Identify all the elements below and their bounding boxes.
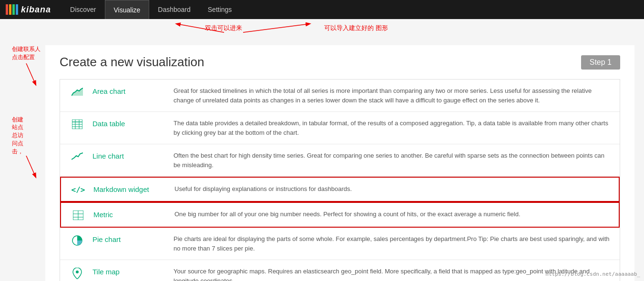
viz-item-markdown-widget[interactable]: </> Markdown widget Useful for displayin…: [60, 177, 620, 202]
viz-item-line-chart[interactable]: Line chart Often the best chart for high…: [60, 144, 620, 177]
page-title: Create a new visualization: [60, 55, 204, 70]
line-chart-icon: [68, 152, 87, 161]
navbar: kibana Discover Visualize Dashboard Sett…: [0, 0, 644, 19]
page-header: Create a new visualization Step 1: [60, 55, 620, 70]
annotation-import: 可以导入建立好的 图形: [324, 24, 388, 32]
line-chart-name: Line chart: [92, 151, 164, 160]
pie-chart-name: Pie chart: [92, 234, 164, 243]
left-ann-create-contact: 创建联系人点击配置: [12, 45, 41, 61]
page-wrapper: kibana Discover Visualize Dashboard Sett…: [0, 0, 644, 281]
svg-point-15: [76, 271, 79, 273]
svg-line-2: [26, 63, 36, 85]
area-chart-icon: [68, 87, 87, 97]
metric-desc: One big number for all of your one big n…: [174, 210, 611, 219]
tile-map-icon: [68, 268, 87, 279]
left-ann-create-site: 创建站点总访问点击，: [12, 116, 41, 156]
left-annotations: 创建联系人点击配置 创建站点总访问点击，: [12, 45, 41, 180]
metric-icon: [69, 211, 88, 220]
area-chart-desc: Great for stacked timelines in which the…: [174, 86, 612, 105]
left-ann-arrow2: [12, 156, 41, 180]
markdown-widget-icon: </>: [69, 185, 88, 194]
markdown-widget-desc: Useful for displaying explanations or in…: [174, 184, 611, 194]
viz-item-pie-chart[interactable]: Pie chart Pie charts are ideal for displ…: [60, 228, 620, 260]
left-ann-arrow1: [12, 63, 41, 87]
tile-map-name: Tile map: [92, 267, 164, 276]
logo-bar-blue: [16, 4, 18, 15]
nav-items: Discover Visualize Dashboard Settings: [61, 0, 240, 19]
nav-visualize[interactable]: Visualize: [105, 0, 150, 19]
logo-bar-green: [12, 4, 15, 15]
viz-item-area-chart[interactable]: Area chart Great for stacked timelines i…: [60, 80, 620, 112]
markdown-widget-name: Markdown widget: [93, 184, 165, 193]
data-table-icon: [68, 120, 87, 129]
main-content: Create a new visualization Step 1 Area c…: [45, 45, 634, 281]
logo-bar-orange: [9, 4, 11, 15]
viz-list: Area chart Great for stacked timelines i…: [60, 79, 620, 281]
annotation-doubleclick: 双击可以进来: [205, 24, 242, 32]
viz-item-tile-map[interactable]: Tile map Your source for geographic maps…: [60, 260, 620, 281]
nav-settings[interactable]: Settings: [199, 0, 241, 19]
data-table-desc: The data table provides a detailed break…: [174, 119, 612, 137]
nav-dashboard[interactable]: Dashboard: [149, 0, 199, 19]
logo-bars: [6, 4, 18, 15]
step-badge: Step 1: [581, 55, 620, 70]
viz-item-metric[interactable]: Metric One big number for all of your on…: [60, 202, 620, 228]
kibana-brand-text: kibana: [21, 5, 51, 15]
area-chart-name: Area chart: [92, 86, 164, 95]
kibana-logo: kibana: [6, 4, 51, 15]
logo-bar-red: [6, 4, 8, 15]
navbar-brand: kibana: [0, 0, 57, 19]
annotation-area: 双击可以进来 可以导入建立好的 图形: [0, 19, 644, 45]
svg-line-3: [26, 156, 36, 177]
viz-item-data-table[interactable]: Data table The data table provides a det…: [60, 112, 620, 144]
metric-name: Metric: [93, 210, 165, 219]
pie-chart-icon: [68, 235, 87, 246]
pie-chart-desc: Pie charts are ideal for displaying the …: [174, 234, 612, 253]
line-chart-desc: Often the best chart for high density ti…: [174, 151, 612, 170]
annotation-arrows: [0, 19, 644, 45]
watermark: https://blog.csdn.net/aaaaaab_: [545, 271, 640, 277]
main-area: 创建联系人点击配置 创建站点总访问点击，: [10, 45, 634, 281]
nav-discover[interactable]: Discover: [61, 0, 104, 19]
svg-line-1: [243, 24, 310, 32]
data-table-name: Data table: [92, 119, 164, 128]
